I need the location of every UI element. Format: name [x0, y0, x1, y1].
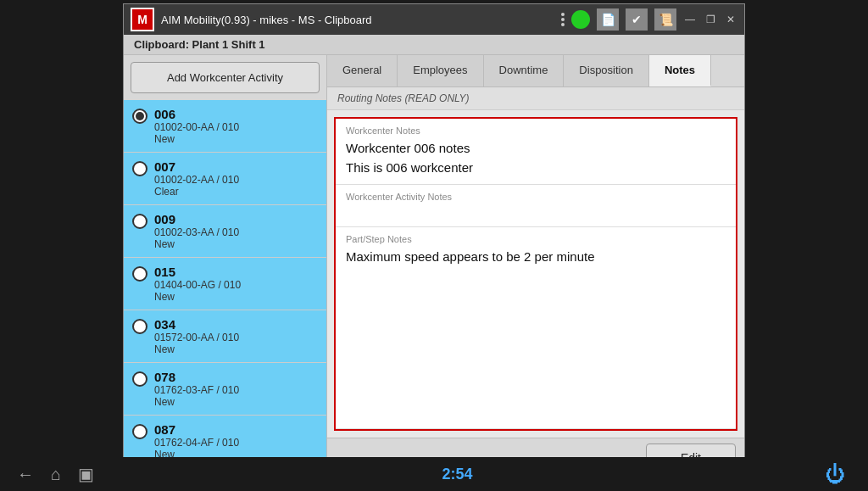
title-text: AIM Mobility(0.93) - mikes - MS - Clipbo… — [161, 14, 554, 26]
brand-icon: ⏻ — [821, 459, 851, 489]
document-icon[interactable]: 📄 — [597, 8, 619, 31]
item-status: New — [154, 238, 239, 250]
menu-dots[interactable] — [561, 13, 565, 26]
workcenter-notes-section: Workcenter Notes Workcenter 006 notes Th… — [336, 119, 736, 185]
routing-bar: Routing Notes (READ ONLY) — [327, 87, 744, 110]
clipboard-bar: Clipboard: Plant 1 Shift 1 — [124, 35, 744, 55]
item-info-006: 006 01002-00-AA / 010 New — [154, 107, 239, 145]
list-item[interactable]: 009 01002-03-AA / 010 New — [124, 205, 326, 258]
right-panel: General Employees Downtime Disposition N… — [327, 55, 744, 477]
part-notes-section: Part/Step Notes Maximum speed appears to… — [336, 227, 736, 429]
radio-078[interactable] — [132, 371, 147, 387]
part-notes-text: Maximum speed appears to be 2 per minute — [346, 248, 726, 267]
radio-007[interactable] — [132, 161, 147, 176]
radio-015[interactable] — [132, 266, 147, 282]
status-bar: ← ⌂ ▣ 2:54 ⏻ — [0, 457, 868, 491]
activity-notes-label: Workcenter Activity Notes — [346, 192, 726, 202]
nav-icons: ← ⌂ ▣ — [17, 464, 94, 484]
workcenter-notes-text: Workcenter 006 notes This is 006 workcen… — [346, 139, 726, 177]
list-item[interactable]: 006 01002-00-AA / 010 New — [124, 100, 326, 153]
item-id: 015 — [154, 265, 241, 279]
clipboard-text: Clipboard: Plant 1 Shift 1 — [134, 38, 265, 51]
back-icon[interactable]: ← — [17, 465, 34, 484]
home-icon[interactable]: ⌂ — [51, 465, 61, 484]
title-controls: 📄 ✔ 📜 — ❐ ✕ — [561, 8, 737, 31]
radio-034[interactable] — [132, 319, 147, 334]
item-status: Clear — [154, 186, 239, 198]
tab-disposition[interactable]: Disposition — [564, 55, 649, 86]
close-button[interactable]: ✕ — [724, 13, 737, 26]
item-status: New — [154, 396, 239, 408]
main-window: M AIM Mobility(0.93) - mikes - MS - Clip… — [123, 3, 745, 478]
green-status-dot — [571, 10, 590, 29]
radio-087[interactable] — [132, 424, 147, 439]
tab-employees[interactable]: Employees — [398, 55, 483, 86]
logo-text: M — [137, 13, 147, 26]
item-id: 007 — [154, 159, 239, 174]
tabs-bar: General Employees Downtime Disposition N… — [327, 55, 744, 87]
list-item[interactable]: 007 01002-02-AA / 010 Clear — [124, 153, 326, 205]
item-status: New — [154, 343, 239, 355]
item-info-009: 009 01002-03-AA / 010 New — [154, 212, 239, 250]
item-code: 01002-03-AA / 010 — [154, 226, 239, 238]
add-workcenter-button[interactable]: Add Workcenter Activity — [131, 62, 320, 93]
item-status: New — [154, 291, 241, 303]
item-id: 006 — [154, 107, 239, 121]
notes-content-box: Workcenter Notes Workcenter 006 notes Th… — [334, 117, 737, 431]
restore-button[interactable]: ❐ — [704, 13, 717, 26]
tab-general[interactable]: General — [327, 55, 398, 86]
list-item[interactable]: 078 01762-03-AF / 010 New — [124, 363, 326, 416]
workcenter-text-line2: This is 006 workcenter — [346, 160, 473, 175]
item-info-007: 007 01002-02-AA / 010 Clear — [154, 159, 239, 198]
item-code: 01762-04-AF / 010 — [154, 437, 239, 449]
minimize-button[interactable]: — — [683, 13, 697, 26]
title-bar: M AIM Mobility(0.93) - mikes - MS - Clip… — [124, 4, 744, 35]
routing-text: Routing Notes (READ ONLY) — [337, 92, 470, 104]
radio-006[interactable] — [132, 109, 147, 124]
workcenter-notes-label: Workcenter Notes — [346, 126, 726, 136]
check-icon[interactable]: ✔ — [626, 8, 648, 31]
activity-notes-section: Workcenter Activity Notes — [336, 185, 736, 227]
clock-display: 2:54 — [442, 466, 473, 483]
item-info-034: 034 01572-00-AA / 010 New — [154, 317, 239, 355]
item-code: 01762-03-AF / 010 — [154, 384, 239, 396]
item-info-078: 078 01762-03-AF / 010 New — [154, 370, 239, 408]
item-code: 01572-00-AA / 010 — [154, 332, 239, 343]
app-logo: M — [131, 8, 154, 31]
work-list: 006 01002-00-AA / 010 New 007 01002-02-A… — [124, 100, 326, 477]
item-code: 01404-00-AG / 010 — [154, 279, 241, 291]
tab-downtime[interactable]: Downtime — [484, 55, 565, 86]
main-content: Add Workcenter Activity 006 01002-00-AA … — [124, 55, 744, 477]
left-panel: Add Workcenter Activity 006 01002-00-AA … — [124, 55, 327, 477]
item-id: 009 — [154, 212, 239, 226]
item-info-087: 087 01762-04-AF / 010 New — [154, 422, 239, 460]
item-code: 01002-00-AA / 010 — [154, 121, 239, 133]
item-info-015: 015 01404-00-AG / 010 New — [154, 265, 241, 303]
list-item[interactable]: 034 01572-00-AA / 010 New — [124, 310, 326, 363]
radio-009[interactable] — [132, 214, 147, 229]
item-status: New — [154, 133, 239, 145]
list-item[interactable]: 015 01404-00-AG / 010 New — [124, 258, 326, 310]
workcenter-text-line1: Workcenter 006 notes — [346, 141, 470, 155]
scroll-icon[interactable]: 📜 — [654, 8, 676, 31]
recent-icon[interactable]: ▣ — [78, 464, 94, 484]
item-id: 078 — [154, 370, 239, 384]
item-id: 034 — [154, 317, 239, 332]
item-code: 01002-02-AA / 010 — [154, 174, 239, 186]
tab-notes[interactable]: Notes — [649, 55, 711, 86]
part-notes-label: Part/Step Notes — [346, 234, 726, 244]
item-id: 087 — [154, 422, 239, 437]
